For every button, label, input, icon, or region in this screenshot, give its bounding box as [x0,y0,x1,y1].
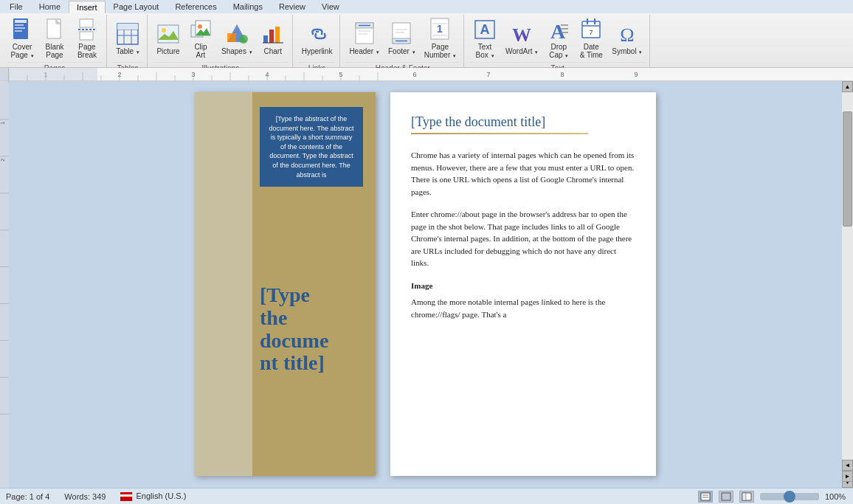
text-box-button[interactable]: A TextBox ▾ [470,16,500,61]
footer-button[interactable]: Footer ▾ [385,16,418,61]
svg-text:A: A [480,22,490,37]
shapes-icon [225,22,249,46]
svg-rect-3 [15,27,25,29]
content-page-preview[interactable]: [Type the document title] Chrome has a v… [390,92,656,476]
page-number-button[interactable]: 1 PageNumber ▾ [421,16,459,61]
wordart-label: WordArt ▾ [505,47,538,55]
status-bar: Page: 1 of 4 Words: 349 English (U.S.) 1… [0,488,853,504]
svg-rect-9 [80,32,93,40]
document-title[interactable]: [Type the document title] [411,114,635,130]
drop-cap-button[interactable]: A DropCap ▾ [544,16,573,61]
svg-text:W: W [512,24,531,46]
chart-button[interactable]: Chart [258,16,288,61]
scroll-right-button[interactable]: ► [842,471,853,482]
picture-button[interactable]: Picture [153,16,183,61]
text-box-label: TextBox ▾ [476,43,494,59]
chart-label: Chart [263,47,281,55]
svg-rect-25 [269,30,274,43]
ribbon-group-pages: CoverPage ▾ BlankPage PageBreak Pages [3,15,107,74]
wordart-button[interactable]: W WordArt ▾ [503,16,541,61]
footer-icon [390,22,413,46]
scroll-left-button[interactable]: ◄ [842,460,853,471]
tab-file[interactable]: File [1,0,31,13]
pages-container[interactable]: [Type the abstract of the document here.… [9,81,842,488]
symbol-button[interactable]: Ω Symbol ▾ [609,16,645,61]
svg-text:1: 1 [0,122,5,125]
tab-view[interactable]: View [314,0,348,13]
svg-rect-7 [80,19,93,27]
svg-rect-56 [9,68,853,80]
abstract-box[interactable]: [Type the abstract of the document here.… [260,107,363,187]
main-area: 1 2 [Type the abstract of the document h… [0,81,853,488]
clip-art-button[interactable]: ClipArt [186,16,215,61]
table-label: Table ▾ [116,47,139,55]
document-body: Chrome has a variety of internal pages w… [411,149,635,320]
date-time-button[interactable]: 7 Date& Time [576,16,606,61]
tab-insert[interactable]: Insert [69,1,106,13]
tab-home[interactable]: Home [31,0,69,13]
hyperlink-button[interactable]: Hyperlink [299,16,336,61]
symbol-label: Symbol ▾ [612,47,642,55]
shapes-label: Shapes ▾ [221,47,252,55]
table-icon [116,22,139,46]
image-heading: Image [411,280,635,292]
zoom-level: 100% [825,492,847,501]
drop-cap-icon: A [547,18,570,41]
wordart-icon: W [510,22,533,46]
ribbon-pages-items: CoverPage ▾ BlankPage PageBreak [7,16,102,61]
blank-page-button[interactable]: BlankPage [40,16,69,61]
cover-page-button[interactable]: CoverPage ▾ [7,16,37,61]
language: English (U.S.) [120,491,186,501]
ruler-svg: 1 2 3 4 5 6 7 8 9 [9,68,853,80]
date-time-label: Date& Time [580,43,603,59]
page-title-large[interactable]: [Typethedocument title] [260,284,370,375]
header-label: Header ▾ [349,47,379,55]
tab-review[interactable]: Review [271,0,314,13]
web-layout-view-button[interactable] [739,491,754,503]
cover-page-preview: [Type the abstract of the document here.… [195,92,376,476]
page-break-label: PageBreak [77,43,97,59]
svg-rect-24 [263,35,268,43]
svg-text:1: 1 [437,23,443,35]
page-info: Page: 1 of 4 [6,492,49,501]
svg-text:A: A [550,20,566,41]
word-count: Words: 349 [64,492,106,501]
hyperlink-icon [305,22,329,46]
page-break-button[interactable]: PageBreak [72,16,102,61]
ribbon-content: CoverPage ▾ BlankPage PageBreak Pages [0,13,853,75]
scroll-up-button[interactable]: ▲ [842,81,853,92]
date-time-icon: 7 [579,18,603,41]
svg-rect-67 [9,68,97,80]
table-button[interactable]: Table ▾ [113,16,142,61]
page-number-label: PageNumber ▾ [424,43,456,59]
ribbon-group-links: Hyperlink Links [294,15,341,74]
svg-rect-22 [227,33,236,42]
vertical-scrollbar[interactable]: ▲ ◄ ► ▼ [842,81,853,488]
svg-point-20 [198,24,202,29]
cover-page-label: CoverPage ▾ [10,43,33,59]
svg-rect-16 [158,25,179,43]
ribbon-text-items: A TextBox ▾ W WordArt ▾ A DropCap ▾ [470,16,645,61]
picture-label: Picture [156,47,179,55]
shapes-button[interactable]: Shapes ▾ [218,16,255,61]
ribbon-group-tables: Table ▾ Tables [108,15,148,74]
title-underline [411,133,588,134]
full-screen-view-button[interactable] [719,491,733,503]
zoom-slider[interactable] [760,493,819,500]
ribbon-tabs: File Home Insert Page Layout References … [0,0,853,13]
svg-rect-104 [701,493,710,500]
zoom-thumb[interactable] [784,491,795,503]
print-layout-view-button[interactable] [698,491,713,503]
footer-label: Footer ▾ [388,47,415,55]
vertical-ruler: 1 2 [0,81,9,488]
tab-page-layout[interactable]: Page Layout [106,0,168,13]
svg-point-23 [239,35,248,44]
header-button[interactable]: Header ▾ [346,16,382,61]
tab-references[interactable]: References [167,0,224,13]
blank-page-label: BlankPage [45,43,63,59]
ribbon-tables-items: Table ▾ [113,16,142,61]
tab-mailings[interactable]: Mailings [225,0,271,13]
svg-rect-15 [117,24,138,30]
page-break-icon [75,18,99,41]
clip-art-icon [189,18,213,41]
